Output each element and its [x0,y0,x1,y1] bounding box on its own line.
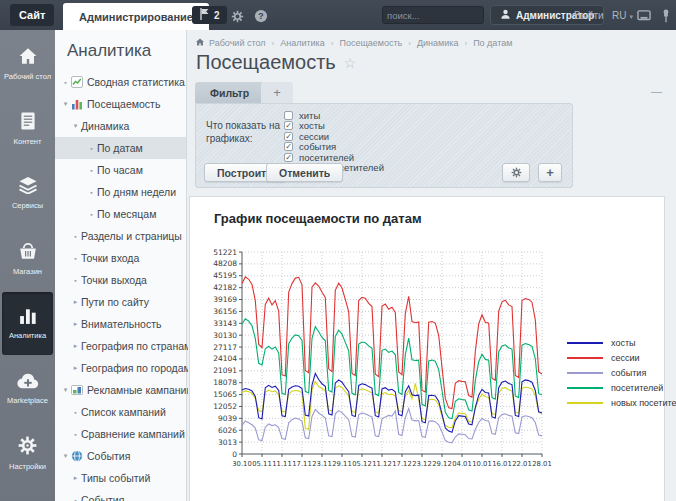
menu-item[interactable]: ▪Точки входа [55,247,186,269]
home-icon [18,47,38,69]
svg-text:39169: 39169 [213,295,237,304]
checkbox-checked[interactable]: ✓ [284,121,293,130]
breadcrumb-item[interactable]: Рабочий стол [209,38,266,48]
sidebar-item-label: Сервисы [12,201,43,210]
menu-item-label: Точки выхода [81,274,147,286]
favorite-star-icon[interactable]: ☆ [344,55,357,71]
tab-filter[interactable]: Фильтр [195,82,264,103]
sidebar-item-home[interactable]: Рабочий стол [2,32,53,95]
breadcrumb-item[interactable]: По датам [473,38,512,48]
expanded-marker-icon: ▾ [60,452,71,460]
menu-item[interactable]: ▸Внимательность [55,313,186,335]
menu-item[interactable]: ▸География по городам [55,357,186,379]
menu-item-label: Точки входа [81,252,139,264]
bullet-marker-icon: ▪ [70,431,81,438]
language-selector[interactable]: RU▾ [612,10,633,21]
svg-text:30.10: 30.10 [232,460,251,468]
checkbox-checked[interactable]: ✓ [284,142,293,151]
basket-icon [18,242,38,264]
breadcrumb-separator: › [464,39,467,48]
menu-item[interactable]: ▾Динамика [55,115,186,137]
bullet-marker-icon: ▪ [86,189,97,196]
search-box [382,6,484,24]
menu-item[interactable]: ▪По датам [55,137,186,159]
expanded-marker-icon: ▾ [60,100,71,108]
notifications-button[interactable]: 2 [192,6,227,24]
language-label: RU [612,10,626,21]
filter-collapse-button[interactable]: — [651,85,662,97]
menu-item-label: Посещаемость [87,98,160,110]
content: Рабочий стол›Аналитика›Посещаемость›Дина… [188,30,676,501]
legend-entry: посетителей [567,380,676,395]
bullet-marker-icon: ▪ [70,497,81,501]
filter-add-button[interactable]: + [538,163,562,182]
checkbox-unchecked[interactable] [284,111,293,120]
menu-item[interactable]: ▪События [55,489,186,501]
home-icon[interactable] [196,38,209,48]
sidebar-item-basket[interactable]: Магазин [2,227,53,290]
sidebar-item-cloud[interactable]: Marketplace [2,357,53,420]
checkbox-label: хосты [299,120,325,131]
menu-item[interactable]: ▾События [55,445,186,467]
desktop-view-icon[interactable] [636,8,652,24]
menu-item[interactable]: ▾Посещаемость [55,93,186,115]
menu-item-label: Пути по сайту [81,296,149,308]
svg-text:9039: 9039 [218,414,237,423]
breadcrumb-item[interactable]: Аналитика [280,38,325,48]
svg-text:11.12: 11.12 [372,460,391,468]
breadcrumb: Рабочий стол›Аналитика›Посещаемость›Дина… [196,38,512,48]
bullet-marker-icon: ▪ [70,255,81,262]
sidebar-item-gear[interactable]: Настройки [2,422,53,485]
menu-item[interactable]: ▪По месяцам [55,203,186,225]
collapsed-marker-icon: ▸ [70,342,81,350]
cancel-button[interactable]: Отменить [266,163,343,182]
bullet-marker-icon: ▪ [70,233,81,240]
filter-settings-button[interactable] [502,163,530,182]
menu-item-label: Динамика [81,120,129,132]
breadcrumb-separator: › [408,39,411,48]
checkbox-checked[interactable]: ✓ [284,132,293,141]
svg-text:21091: 21091 [213,366,237,375]
menu-item[interactable]: ▪По дням недели [55,181,186,203]
menu-item[interactable]: ▸Типы событий [55,467,186,489]
sidebar-item-label: Рабочий стол [4,72,51,81]
menu-item[interactable]: ▪По часам [55,159,186,181]
add-filter-tab-button[interactable]: + [261,82,293,103]
legend-swatch [567,402,603,404]
menu-item[interactable]: ▾Рекламные кампании [55,379,186,401]
sidebar-item-chart[interactable]: Аналитика [2,292,53,355]
breadcrumb-separator: › [331,39,334,48]
menu-item[interactable]: ▪Сводная статистика [55,71,186,93]
pin-icon[interactable] [658,8,674,24]
menu-item[interactable]: ▸Пути по сайту [55,291,186,313]
gear-icon[interactable] [229,8,245,24]
breadcrumb-item[interactable]: Динамика [417,38,458,48]
svg-text:10.01: 10.01 [472,460,491,468]
checkbox-checked[interactable]: ✓ [284,153,293,162]
svg-text:05.11: 05.11 [252,460,271,468]
svg-text:51221: 51221 [213,248,237,257]
menu-item[interactable]: ▪Точки выхода [55,269,186,291]
menu-item[interactable]: ▪Разделы и страницы [55,225,186,247]
checkbox-label: посетителей [299,152,354,163]
svg-text:23.12: 23.12 [412,460,431,468]
menu-item-label: По часам [97,164,143,176]
site-tab[interactable]: Сайт [10,4,54,26]
svg-text:17.11: 17.11 [292,460,311,468]
menu-item[interactable]: ▪Сравнение кампаний [55,423,186,445]
svg-text:05.12: 05.12 [352,460,371,468]
menu-list: ▪Сводная статистика▾Посещаемость▾Динамик… [55,71,186,501]
events-icon [71,450,87,462]
svg-text:12052: 12052 [213,402,237,411]
menu-item[interactable]: ▪Список кампаний [55,401,186,423]
sidebar-item-doc[interactable]: Контент [2,97,53,160]
menu-item[interactable]: ▸География по странам [55,335,186,357]
legend-entry: новых посетителей [567,395,676,410]
logout-link[interactable]: Выйти [574,10,604,21]
series-line [242,409,542,443]
breadcrumb-item[interactable]: Посещаемость [339,38,402,48]
admin-tab[interactable]: Администрирование [63,3,209,30]
checkbox-item: хиты [284,110,384,121]
sidebar-item-layers[interactable]: Сервисы [2,162,53,225]
help-icon[interactable]: ? [253,8,269,24]
